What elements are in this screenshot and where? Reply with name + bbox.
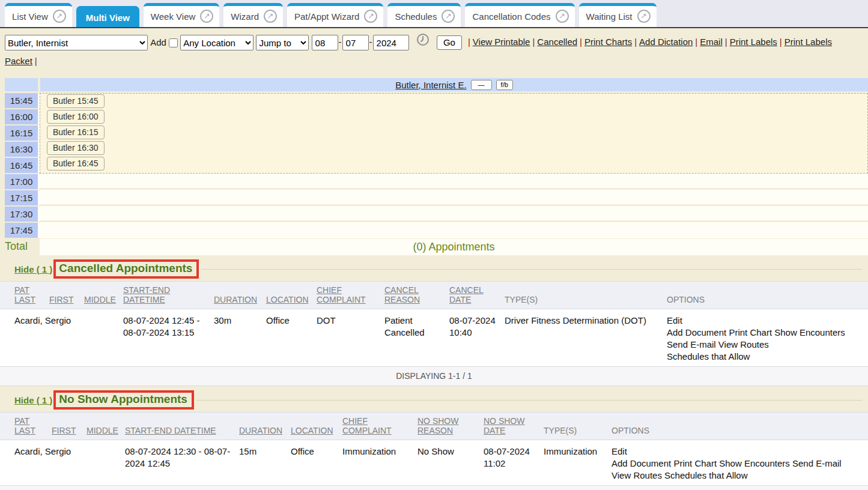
tab-week-view[interactable]: Week View ↗ (144, 3, 219, 27)
cell-duration: 30m (214, 309, 266, 367)
noshow-table-footer: DISPLAYING 1-1 / 1 (0, 486, 868, 490)
external-link-icon[interactable]: ↗ (200, 10, 213, 23)
tab-multi-view[interactable]: Multi View (76, 6, 139, 27)
link-separator: | (580, 37, 582, 47)
col-start-end[interactable]: START-END DATETIME (123, 282, 214, 309)
edit-option[interactable]: Edit (612, 446, 863, 458)
col-start-end[interactable]: START-END DATETIME (125, 413, 239, 440)
empty-slot-row[interactable] (40, 190, 868, 206)
hide-noshow-link[interactable]: Hide ( 1 ) (14, 395, 52, 405)
schedule-header-row: Butler, Internist E. — f/b (0, 78, 868, 91)
col-chief-complaint[interactable]: CHIEF COMPLAINT (317, 282, 384, 309)
date-year-input[interactable] (373, 35, 409, 50)
fb-button[interactable]: f/b (496, 80, 513, 90)
cell-pat-last: Acardi, Sergio (0, 440, 52, 486)
col-location[interactable]: LOCATION (291, 413, 342, 440)
total-row: Total (0) Appointments (0, 239, 868, 255)
cancelled-link[interactable]: Cancelled (537, 37, 577, 47)
empty-slot-row[interactable] (40, 174, 868, 190)
external-link-icon[interactable]: ↗ (637, 10, 651, 23)
provider-select[interactable]: Butler, Internist (5, 35, 148, 50)
cancelled-section-title: Cancelled Appointments (59, 262, 192, 274)
edit-option[interactable]: Edit (667, 315, 863, 327)
hide-cancelled-link[interactable]: Hide ( 1 ) (14, 264, 52, 274)
minimize-button[interactable]: — (471, 80, 492, 90)
tab-pat-appt-wizard[interactable]: Pat/Appt Wizard ↗ (287, 3, 383, 27)
time-column: 15:45 16:00 16:15 16:30 16:45 17:00 17:1… (5, 93, 40, 239)
noshow-appointments-table: PAT LAST FIRST MIDDLE START-END DATETIME… (0, 412, 868, 490)
col-noshow-reason[interactable]: NO SHOW REASON (417, 413, 484, 440)
location-select[interactable]: Any Location (180, 35, 253, 50)
external-link-icon[interactable]: ↗ (53, 10, 66, 23)
col-middle[interactable]: MIDDLE (86, 413, 125, 440)
col-pat-last[interactable]: PAT LAST (0, 282, 49, 309)
add-checkbox[interactable] (169, 38, 178, 47)
slot-button[interactable]: Butler 16:00 (47, 110, 105, 124)
add-label: Add (150, 37, 166, 47)
col-noshow-date[interactable]: NO SHOW DATE (484, 413, 544, 440)
col-duration[interactable]: DURATION (239, 413, 291, 440)
cancelled-section-header: Hide ( 1 ) Cancelled Appointments (0, 255, 868, 281)
external-link-icon[interactable]: ↗ (364, 10, 377, 23)
options-line[interactable]: Send E-mail View Routes (667, 339, 863, 351)
cell-cancel-reason: Patient Cancelled (384, 309, 449, 367)
external-link-icon[interactable]: ↗ (442, 10, 455, 23)
cell-chief-complaint: DOT (317, 309, 384, 367)
provider-link[interactable]: Butler, Internist E. (395, 80, 466, 90)
date-day-input[interactable] (342, 35, 369, 50)
date-month-input[interactable] (312, 35, 338, 50)
time-cell: 17:30 (5, 207, 40, 222)
time-cell: 16:45 (5, 158, 40, 173)
cell-noshow-date: 08-07-2024 11:02 (484, 440, 544, 486)
options-line[interactable]: Add Document Print Chart Show Encounters… (612, 458, 863, 470)
clock-icon[interactable] (416, 33, 429, 52)
col-cancel-reason[interactable]: CANCEL REASON (384, 282, 449, 309)
jump-to-select[interactable]: Jump to (256, 35, 309, 50)
print-labels-link[interactable]: Print Labels (730, 37, 777, 47)
col-options: OPTIONS (612, 413, 868, 440)
slot-button[interactable]: Butler 16:30 (47, 141, 105, 155)
cell-options: Edit Add Document Print Chart Show Encou… (667, 309, 868, 367)
appointments-count: (0) Appointments (40, 239, 868, 255)
print-charts-link[interactable]: Print Charts (584, 37, 632, 47)
tab-cancellation-codes[interactable]: Cancellation Codes ↗ (465, 3, 574, 27)
col-duration[interactable]: DURATION (214, 282, 266, 309)
external-link-icon[interactable]: ↗ (264, 10, 277, 23)
cancelled-appointments-table: PAT LAST FIRST MIDDLE START-END DATETIME… (0, 281, 868, 386)
tab-list-view[interactable]: List View ↗ (5, 3, 72, 27)
link-separator: | (780, 37, 782, 47)
view-printable-link[interactable]: View Printable (473, 37, 530, 47)
col-chief-complaint[interactable]: CHIEF COMPLAINT (342, 413, 417, 440)
options-line[interactable]: Schedules that Allow (667, 351, 863, 363)
col-first[interactable]: FIRST (49, 282, 84, 309)
cell-types: Immunization (544, 440, 612, 486)
tab-schedules[interactable]: Schedules ↗ (387, 3, 461, 27)
link-separator: | (725, 37, 727, 47)
col-types: TYPE(S) (544, 413, 612, 440)
col-pat-last[interactable]: PAT LAST (0, 413, 52, 440)
empty-slot-row[interactable] (40, 222, 868, 238)
tab-wizard[interactable]: Wizard ↗ (223, 3, 283, 27)
slot-button[interactable]: Butler 15:45 (47, 94, 105, 108)
col-location[interactable]: LOCATION (266, 282, 317, 309)
slot-button[interactable]: Butler 16:15 (47, 126, 105, 139)
time-cell: 16:00 (5, 109, 40, 124)
slot-button[interactable]: Butler 16:45 (47, 157, 105, 171)
col-middle[interactable]: MIDDLE (84, 282, 123, 309)
date-separator: - (369, 37, 372, 47)
cell-location: Office (266, 309, 317, 367)
empty-slot-row[interactable] (40, 206, 868, 222)
email-link[interactable]: Email (700, 37, 723, 47)
link-separator: | (532, 37, 535, 47)
tab-label: Multi View (86, 13, 130, 23)
col-cancel-date[interactable]: CANCEL DATE (449, 282, 505, 309)
add-dictation-link[interactable]: Add Dictation (639, 37, 693, 47)
go-button[interactable]: Go (437, 35, 462, 50)
col-first[interactable]: FIRST (52, 413, 86, 440)
external-link-icon[interactable]: ↗ (556, 10, 569, 23)
time-cell: 16:30 (5, 142, 40, 157)
options-line[interactable]: View Routes Schedules that Allow (612, 470, 863, 482)
slot-area: Butler 15:45 Butler 16:00 Butler 16:15 B… (40, 93, 868, 239)
options-line[interactable]: Add Document Print Chart Show Encounters (667, 327, 863, 339)
tab-waiting-list[interactable]: Waiting List ↗ (579, 3, 657, 27)
